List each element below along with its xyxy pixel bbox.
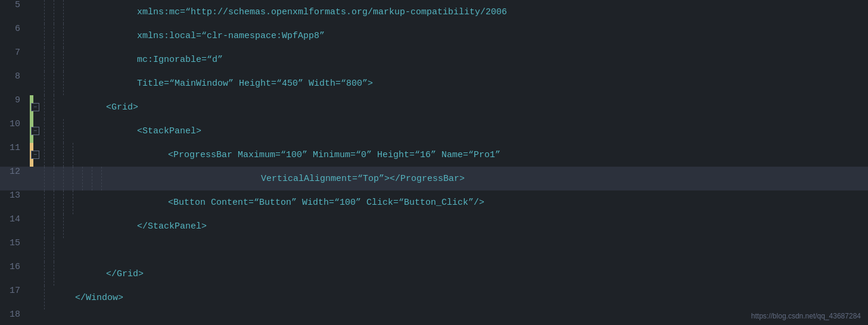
code-text: <ProgressBar Maximum=“100” Minimum=“0” H… [82, 150, 500, 160]
gutter-6 [30, 24, 42, 48]
indent-guide [44, 119, 54, 143]
table-row: 6 xmlns:local=“clr-namespace:WpfApp8” [0, 24, 868, 48]
table-row: 16 </Grid> [0, 262, 868, 286]
indent-guide [63, 0, 73, 24]
code-text: </Grid> [63, 269, 144, 279]
gutter-9: − [30, 95, 42, 119]
gutter-7 [30, 48, 42, 71]
line-content-5: xmlns:mc=“http://schemas.openxmlformats.… [42, 0, 868, 24]
line-number-7: 7 [0, 48, 30, 71]
indent-guide [63, 48, 73, 71]
gutter-14 [30, 214, 42, 238]
line-number-13: 13 [0, 190, 30, 214]
gutter-5 [30, 0, 42, 24]
table-row: 15 [0, 238, 868, 262]
indent-guide [63, 167, 73, 190]
indent-guide [44, 214, 54, 238]
line-number-8: 8 [0, 71, 30, 95]
line-content-8: Title=“MainWindow” Height=“450” Width=“8… [42, 71, 868, 95]
line-content-9: <Grid> [42, 95, 868, 119]
line-content-14: </StackPanel> [42, 214, 868, 238]
line-number-18: 18 [0, 310, 30, 325]
line-number-11: 11 [0, 143, 30, 167]
gutter-10: − [30, 119, 42, 143]
gutter-11: − [30, 143, 42, 167]
line-content-11: <ProgressBar Maximum=“100” Minimum=“0” H… [42, 143, 868, 167]
line-content-15 [42, 238, 868, 262]
table-row: 11 − <ProgressBar Maximum=“100” Minimum=… [0, 143, 868, 167]
indent-guide [54, 190, 63, 214]
table-row: 8 Title=“MainWindow” Height=“450” Width=… [0, 71, 868, 95]
line-content-17: </Window> [42, 286, 868, 310]
table-row: 12 VerticalAlignment=“Top”></ProgressBar… [0, 167, 868, 190]
indent-guide [82, 167, 92, 190]
indent-guide [54, 71, 63, 95]
line-content-16: </Grid> [42, 262, 868, 286]
line-content-13: <Button Content=“Button” Width=“100” Cli… [42, 190, 868, 214]
table-row: 7 mc:Ignorable=“d” [0, 48, 868, 71]
indent-guide [54, 143, 63, 167]
line-number-10: 10 [0, 119, 30, 143]
gutter-12 [30, 167, 42, 190]
code-text: </Window> [54, 293, 123, 303]
gutter-13 [30, 190, 42, 214]
code-text [63, 245, 69, 255]
line-number-12: 12 [0, 167, 30, 190]
indent-guide [63, 119, 73, 143]
table-row: 10 − <StackPanel> [0, 119, 868, 143]
line-content-10: <StackPanel> [42, 119, 868, 143]
line-number-14: 14 [0, 214, 30, 238]
fold-icon-10[interactable]: − [31, 127, 39, 135]
table-row: 17 </Window> [0, 286, 868, 310]
line-number-5: 5 [0, 0, 30, 24]
code-text: Title=“MainWindow” Height=“450” Width=“8… [73, 79, 373, 89]
indent-guide [54, 238, 63, 262]
code-text: <StackPanel> [73, 126, 201, 136]
indent-guide [63, 24, 73, 48]
indent-guide [44, 71, 54, 95]
code-editor: 5 xmlns:mc=“http://schemas.openxmlformat… [0, 0, 868, 325]
indent-guide [44, 262, 54, 286]
line-number-9: 9 [0, 95, 30, 119]
gutter-16 [30, 262, 42, 286]
indent-guide [73, 190, 82, 214]
indent-guide [63, 190, 73, 214]
line-content-7: mc:Ignorable=“d” [42, 48, 868, 71]
watermark: https://blog.csdn.net/qq_43687284 [751, 312, 861, 320]
indent-guide [73, 143, 82, 167]
code-text: xmlns:mc=“http://schemas.openxmlformats.… [73, 7, 507, 17]
line-number-6: 6 [0, 24, 30, 48]
gutter-15 [30, 238, 42, 262]
fold-icon-9[interactable]: − [31, 103, 39, 111]
indent-guide [54, 214, 63, 238]
indent-guide [44, 167, 54, 190]
indent-guide [44, 95, 54, 119]
code-text: <Button Content=“Button” Width=“100” Cli… [82, 198, 484, 208]
code-text: mc:Ignorable=“d” [73, 55, 223, 65]
indent-guide [44, 286, 54, 310]
fold-icon-11[interactable]: − [31, 151, 39, 159]
gutter-17 [30, 286, 42, 310]
indent-guide [54, 119, 63, 143]
line-number-16: 16 [0, 262, 30, 286]
line-content-18 [42, 310, 868, 325]
indent-guide [63, 214, 73, 238]
code-text: xmlns:local=“clr-namespace:WpfApp8” [73, 31, 325, 41]
indent-guide [54, 95, 63, 119]
indent-guide [63, 143, 73, 167]
table-row: 13 <Button Content=“Button” Width=“100” … [0, 190, 868, 214]
indent-guide [54, 48, 63, 71]
indent-guide [63, 71, 73, 95]
table-row: 5 xmlns:mc=“http://schemas.openxmlformat… [0, 0, 868, 24]
indent-guide [54, 167, 63, 190]
indent-guide [44, 143, 54, 167]
indent-guide [44, 48, 54, 71]
indent-guide [92, 167, 101, 190]
indent-guide [54, 24, 63, 48]
indent-guide [44, 238, 54, 262]
indent-guide [44, 24, 54, 48]
table-row: 9 − <Grid> [0, 95, 868, 119]
gutter-8 [30, 71, 42, 95]
indent-guide [54, 262, 63, 286]
line-number-15: 15 [0, 238, 30, 262]
